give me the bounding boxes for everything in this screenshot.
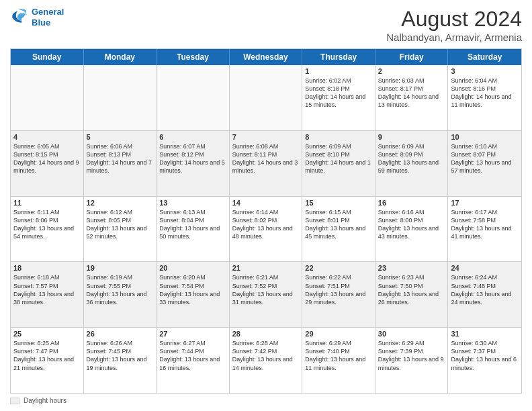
cell-text: Sunrise: 6:11 AM Sunset: 8:06 PM Dayligh… <box>13 208 81 241</box>
cell-text: Sunrise: 6:09 AM Sunset: 8:10 PM Dayligh… <box>305 142 372 175</box>
calendar-body: 1Sunrise: 6:02 AM Sunset: 8:18 PM Daylig… <box>11 65 521 393</box>
cal-cell: 16Sunrise: 6:16 AM Sunset: 8:00 PM Dayli… <box>375 197 449 262</box>
page: General Blue August 2024 Nalbandyan, Arm… <box>0 0 532 411</box>
cal-row-0: 1Sunrise: 6:02 AM Sunset: 8:18 PM Daylig… <box>11 65 521 131</box>
cell-text: Sunrise: 6:16 AM Sunset: 8:00 PM Dayligh… <box>378 208 445 241</box>
cal-cell: 20Sunrise: 6:20 AM Sunset: 7:54 PM Dayli… <box>157 262 230 327</box>
day-number: 29 <box>305 330 372 338</box>
day-number: 20 <box>159 264 226 272</box>
cell-text: Sunrise: 6:07 AM Sunset: 8:12 PM Dayligh… <box>159 142 226 175</box>
daylight-box-icon <box>10 398 19 404</box>
cell-text: Sunrise: 6:12 AM Sunset: 8:05 PM Dayligh… <box>87 208 154 241</box>
cell-text: Sunrise: 6:22 AM Sunset: 7:51 PM Dayligh… <box>305 273 372 306</box>
day-number: 1 <box>305 67 372 75</box>
logo-icon <box>10 8 29 27</box>
cal-cell: 12Sunrise: 6:12 AM Sunset: 8:05 PM Dayli… <box>84 197 157 262</box>
cell-text: Sunrise: 6:05 AM Sunset: 8:15 PM Dayligh… <box>13 142 81 175</box>
cell-text: Sunrise: 6:08 AM Sunset: 8:11 PM Dayligh… <box>232 142 300 175</box>
footer: Daylight hours <box>10 397 522 404</box>
cell-text: Sunrise: 6:26 AM Sunset: 7:45 PM Dayligh… <box>87 339 154 372</box>
cell-text: Sunrise: 6:15 AM Sunset: 8:01 PM Dayligh… <box>305 208 372 241</box>
cal-cell: 29Sunrise: 6:29 AM Sunset: 7:40 PM Dayli… <box>302 328 375 393</box>
cal-cell: 14Sunrise: 6:14 AM Sunset: 8:02 PM Dayli… <box>230 197 303 262</box>
day-number: 17 <box>451 199 519 207</box>
day-number: 2 <box>378 67 445 75</box>
cal-cell: 15Sunrise: 6:15 AM Sunset: 8:01 PM Dayli… <box>302 197 375 262</box>
cell-text: Sunrise: 6:20 AM Sunset: 7:54 PM Dayligh… <box>159 273 226 306</box>
day-number: 4 <box>13 133 81 141</box>
logo: General Blue <box>10 7 64 28</box>
header-day-sunday: Sunday <box>11 49 84 65</box>
cell-text: Sunrise: 6:18 AM Sunset: 7:57 PM Dayligh… <box>13 273 81 306</box>
day-number: 15 <box>305 199 372 207</box>
main-title: August 2024 <box>386 7 522 32</box>
day-number: 16 <box>378 199 445 207</box>
header-day-tuesday: Tuesday <box>157 49 230 65</box>
cell-text: Sunrise: 6:09 AM Sunset: 8:09 PM Dayligh… <box>378 142 445 175</box>
cal-cell: 23Sunrise: 6:23 AM Sunset: 7:50 PM Dayli… <box>375 262 449 327</box>
day-number: 31 <box>451 330 519 338</box>
cal-cell: 17Sunrise: 6:17 AM Sunset: 7:58 PM Dayli… <box>448 197 521 262</box>
cal-cell <box>11 65 84 130</box>
day-number: 7 <box>232 133 300 141</box>
cal-cell: 3Sunrise: 6:04 AM Sunset: 8:16 PM Daylig… <box>448 65 521 130</box>
cal-cell: 18Sunrise: 6:18 AM Sunset: 7:57 PM Dayli… <box>11 262 84 327</box>
cal-cell <box>230 65 303 130</box>
logo-line1: General <box>32 7 64 17</box>
cal-cell: 5Sunrise: 6:06 AM Sunset: 8:13 PM Daylig… <box>84 131 157 196</box>
day-number: 11 <box>13 199 81 207</box>
cell-text: Sunrise: 6:28 AM Sunset: 7:42 PM Dayligh… <box>232 339 300 372</box>
cal-cell <box>157 65 230 130</box>
cal-cell: 8Sunrise: 6:09 AM Sunset: 8:10 PM Daylig… <box>302 131 375 196</box>
cell-text: Sunrise: 6:30 AM Sunset: 7:37 PM Dayligh… <box>451 339 519 372</box>
subtitle: Nalbandyan, Armavir, Armenia <box>386 32 522 43</box>
cal-cell: 1Sunrise: 6:02 AM Sunset: 8:18 PM Daylig… <box>302 65 375 130</box>
day-number: 6 <box>159 133 226 141</box>
day-number: 19 <box>87 264 154 272</box>
day-number: 13 <box>159 199 226 207</box>
day-number: 28 <box>232 330 300 338</box>
header: General Blue August 2024 Nalbandyan, Arm… <box>10 7 522 43</box>
header-day-thursday: Thursday <box>302 49 375 65</box>
cell-text: Sunrise: 6:06 AM Sunset: 8:13 PM Dayligh… <box>87 142 154 175</box>
day-number: 23 <box>378 264 445 272</box>
cal-row-3: 18Sunrise: 6:18 AM Sunset: 7:57 PM Dayli… <box>11 262 521 328</box>
cell-text: Sunrise: 6:04 AM Sunset: 8:16 PM Dayligh… <box>451 77 519 109</box>
cell-text: Sunrise: 6:03 AM Sunset: 8:17 PM Dayligh… <box>378 77 445 109</box>
calendar-header: SundayMondayTuesdayWednesdayThursdayFrid… <box>11 49 521 65</box>
cal-cell <box>84 65 157 130</box>
cell-text: Sunrise: 6:24 AM Sunset: 7:48 PM Dayligh… <box>451 273 519 306</box>
cal-row-2: 11Sunrise: 6:11 AM Sunset: 8:06 PM Dayli… <box>11 197 521 263</box>
cal-cell: 6Sunrise: 6:07 AM Sunset: 8:12 PM Daylig… <box>157 131 230 196</box>
header-day-saturday: Saturday <box>448 49 521 65</box>
cell-text: Sunrise: 6:19 AM Sunset: 7:55 PM Dayligh… <box>87 273 154 306</box>
day-number: 25 <box>13 330 81 338</box>
header-day-monday: Monday <box>84 49 157 65</box>
logo-text: General Blue <box>32 7 64 28</box>
cell-text: Sunrise: 6:23 AM Sunset: 7:50 PM Dayligh… <box>378 273 445 306</box>
cal-cell: 2Sunrise: 6:03 AM Sunset: 8:17 PM Daylig… <box>375 65 449 130</box>
day-number: 14 <box>232 199 300 207</box>
day-number: 3 <box>451 67 519 75</box>
cell-text: Sunrise: 6:21 AM Sunset: 7:52 PM Dayligh… <box>232 273 300 306</box>
cell-text: Sunrise: 6:27 AM Sunset: 7:44 PM Dayligh… <box>159 339 226 372</box>
calendar: SundayMondayTuesdayWednesdayThursdayFrid… <box>10 48 522 394</box>
day-number: 18 <box>13 264 81 272</box>
day-number: 26 <box>87 330 154 338</box>
logo-line2: Blue <box>32 17 50 28</box>
daylight-label: Daylight hours <box>24 397 66 404</box>
cal-cell: 21Sunrise: 6:21 AM Sunset: 7:52 PM Dayli… <box>230 262 303 327</box>
cal-cell: 26Sunrise: 6:26 AM Sunset: 7:45 PM Dayli… <box>84 328 157 393</box>
header-day-friday: Friday <box>375 49 449 65</box>
cal-cell: 19Sunrise: 6:19 AM Sunset: 7:55 PM Dayli… <box>84 262 157 327</box>
day-number: 5 <box>87 133 154 141</box>
cal-cell: 28Sunrise: 6:28 AM Sunset: 7:42 PM Dayli… <box>230 328 303 393</box>
cal-row-1: 4Sunrise: 6:05 AM Sunset: 8:15 PM Daylig… <box>11 131 521 197</box>
cal-cell: 25Sunrise: 6:25 AM Sunset: 7:47 PM Dayli… <box>11 328 84 393</box>
cell-text: Sunrise: 6:14 AM Sunset: 8:02 PM Dayligh… <box>232 208 300 241</box>
cal-cell: 11Sunrise: 6:11 AM Sunset: 8:06 PM Dayli… <box>11 197 84 262</box>
cal-cell: 9Sunrise: 6:09 AM Sunset: 8:09 PM Daylig… <box>375 131 449 196</box>
day-number: 21 <box>232 264 300 272</box>
cell-text: Sunrise: 6:29 AM Sunset: 7:39 PM Dayligh… <box>378 339 445 372</box>
header-day-wednesday: Wednesday <box>230 49 303 65</box>
